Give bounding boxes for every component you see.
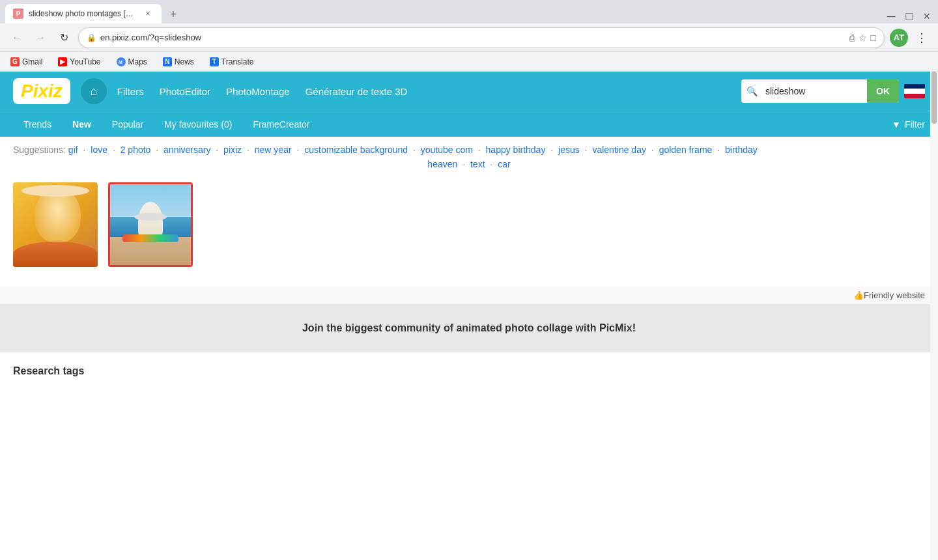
home-button[interactable]: ⌂ <box>81 78 107 104</box>
filter-icon: ▼ <box>892 119 901 130</box>
pixiz-header: Pixiz ⌂ Filters PhotoEditor PhotoMontage… <box>0 72 938 137</box>
star-icon[interactable]: ☆ <box>859 33 867 43</box>
research-tags-label: Research tags <box>13 365 84 376</box>
maximize-button[interactable]: □ <box>903 10 916 23</box>
news-favicon: N <box>163 57 172 66</box>
nav-photo-editor[interactable]: PhotoEditor <box>160 86 210 97</box>
tab-bar: P slideshow photo montages [p. 1 × + ─ □… <box>0 0 938 23</box>
tab-close-icon[interactable]: × <box>142 8 154 20</box>
gmail-favicon: G <box>10 57 20 66</box>
suggestion-text[interactable]: text <box>470 159 485 169</box>
suggestion-heaven[interactable]: heaven <box>427 159 457 169</box>
menu-button[interactable]: ⋮ <box>913 31 930 45</box>
scrollbar-track[interactable] <box>930 72 938 560</box>
subnav-trends[interactable]: Trends <box>13 111 62 137</box>
view-icon[interactable]: □ <box>871 33 876 43</box>
bookmark-gmail[interactable]: G Gmail <box>8 56 45 68</box>
tab-favicon: P <box>13 8 23 19</box>
lock-icon: 🔒 <box>87 33 96 42</box>
friendly-icon: 👍 <box>853 290 864 300</box>
bookmarks-bar: G Gmail ▶ YouTube M Maps N News T Transl… <box>0 52 938 72</box>
page-content: Pixiz ⌂ Filters PhotoEditor PhotoMontage… <box>0 72 938 560</box>
youtube-favicon: ▶ <box>58 57 67 66</box>
svg-text:M: M <box>119 60 122 64</box>
search-input[interactable] <box>763 86 867 96</box>
tab-title: slideshow photo montages [p. 1 <box>29 9 137 18</box>
page-footer: 👍 Friendly website Join the biggest comm… <box>0 287 938 390</box>
suggestion-happy-birthday[interactable]: happy birthday <box>486 145 546 155</box>
main-nav: Filters PhotoEditor PhotoMontage Générat… <box>117 86 408 97</box>
search-ok-button[interactable]: OK <box>867 79 899 103</box>
suggestion-new-year[interactable]: new year <box>255 145 292 155</box>
share-icon[interactable]: ⎙ <box>849 33 855 43</box>
forward-button[interactable]: → <box>31 29 50 47</box>
address-bar[interactable]: 🔒 en.pixiz.com/?q=slideshow ⎙ ☆ □ <box>78 27 885 48</box>
result-card-1[interactable] <box>13 182 98 267</box>
bookmark-maps[interactable]: M Maps <box>114 56 150 68</box>
bookmark-translate[interactable]: T Translate <box>207 56 257 68</box>
join-text: Join the biggest community of animated p… <box>302 322 636 333</box>
suggestion-golden-frame[interactable]: golden frame <box>659 145 713 155</box>
maps-favicon: M <box>117 57 126 66</box>
subnav-new[interactable]: New <box>62 111 102 137</box>
nav-photo-montage[interactable]: PhotoMontage <box>226 86 290 97</box>
scrollbar-thumb[interactable] <box>931 72 937 124</box>
pixiz-logo[interactable]: Pixiz <box>13 78 70 104</box>
suggestion-car[interactable]: car <box>498 159 510 169</box>
profile-button[interactable]: AT <box>890 29 908 47</box>
search-box: 🔍 OK <box>741 79 899 103</box>
suggestion-youtube-com[interactable]: youtube com <box>421 145 473 155</box>
results-grid <box>0 176 938 273</box>
result-image-1 <box>13 182 98 267</box>
refresh-button[interactable]: ↻ <box>55 29 73 47</box>
new-tab-button[interactable]: + <box>164 5 182 23</box>
suggestion-love[interactable]: love <box>91 145 107 155</box>
friendly-label: Friendly website <box>864 290 925 300</box>
pixiz-subnav: Trends New Popular My favourites (0) Fra… <box>0 111 938 137</box>
suggestions-line2: heaven · text · car <box>0 159 938 176</box>
omnibox-actions: ⎙ ☆ □ <box>849 33 876 43</box>
suggestion-valentine-day[interactable]: valentine day <box>592 145 646 155</box>
join-banner: Join the biggest community of animated p… <box>0 304 938 352</box>
translate-favicon: T <box>210 57 219 66</box>
suggestion-pixiz[interactable]: pixiz <box>223 145 242 155</box>
filter-label: Filter <box>905 119 925 130</box>
minimize-button[interactable]: ─ <box>885 10 898 23</box>
result-card-2[interactable] <box>108 182 193 267</box>
research-tags-section: Research tags <box>0 352 938 390</box>
suggestion-2photo[interactable]: 2 photo <box>121 145 151 155</box>
bookmark-maps-label: Maps <box>128 57 147 66</box>
bookmark-gmail-label: Gmail <box>22 57 42 66</box>
nav-filters[interactable]: Filters <box>117 86 144 97</box>
bookmark-youtube[interactable]: ▶ YouTube <box>55 56 103 68</box>
omnibox-bar: ← → ↻ 🔒 en.pixiz.com/?q=slideshow ⎙ ☆ □ … <box>0 23 938 52</box>
suggestion-anniversary[interactable]: anniversary <box>163 145 210 155</box>
suggestion-birthday[interactable]: birthday <box>725 145 758 155</box>
subnav-frame-creator[interactable]: FrameCreator <box>242 111 320 137</box>
suggestions-bar: Suggestions: gif · love · 2 photo · anni… <box>0 137 938 159</box>
bookmark-news[interactable]: N News <box>160 56 197 68</box>
subnav-my-favourites[interactable]: My favourites (0) <box>154 111 242 137</box>
window-controls: ─ □ × <box>885 10 933 23</box>
search-icon: 🔍 <box>741 86 763 96</box>
subnav-popular[interactable]: Popular <box>102 111 154 137</box>
search-area: 🔍 OK <box>741 79 925 103</box>
nav-text-gen[interactable]: Générateur de texte 3D <box>306 86 408 97</box>
suggestion-customizable-bg[interactable]: customizable background <box>304 145 408 155</box>
bookmark-youtube-label: YouTube <box>70 57 100 66</box>
filter-button[interactable]: ▼ Filter <box>892 119 925 130</box>
bookmark-news-label: News <box>175 57 194 66</box>
friendly-bar: 👍 Friendly website <box>0 287 938 304</box>
suggestion-jesus[interactable]: jesus <box>558 145 580 155</box>
browser-chrome: P slideshow photo montages [p. 1 × + ─ □… <box>0 0 938 72</box>
back-button[interactable]: ← <box>8 29 26 47</box>
active-tab[interactable]: P slideshow photo montages [p. 1 × <box>5 4 162 23</box>
close-button[interactable]: × <box>920 10 933 23</box>
suggestion-gif[interactable]: gif <box>68 145 78 155</box>
url-display[interactable]: en.pixiz.com/?q=slideshow <box>100 33 846 42</box>
language-flag[interactable] <box>904 84 925 98</box>
suggestions-prefix: Suggestions: <box>13 145 68 155</box>
pixiz-nav: Pixiz ⌂ Filters PhotoEditor PhotoMontage… <box>0 72 938 111</box>
result-image-2 <box>108 182 193 267</box>
bookmark-translate-label: Translate <box>221 57 254 66</box>
